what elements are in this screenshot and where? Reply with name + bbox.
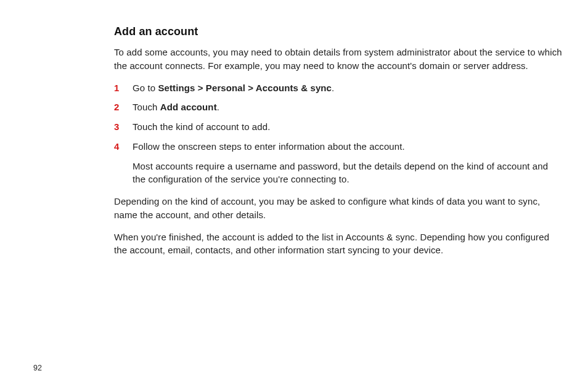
section-heading: Add an account (114, 23, 563, 39)
step-post: . (217, 102, 219, 112)
step-extra: Most accounts require a username and pas… (133, 160, 563, 187)
step-post: . (332, 83, 334, 93)
step-item: 2 Touch Add account. (114, 100, 563, 114)
step-bold: Settings > Personal > Accounts & sync (158, 83, 332, 93)
outro-paragraph-1: Depending on the kind of account, you ma… (114, 195, 563, 222)
page-number: 92 (33, 362, 42, 374)
step-number: 1 (114, 81, 133, 95)
step-text: Go to Settings > Personal > Accounts & s… (133, 81, 563, 95)
step-pre: Touch the kind of account to add. (133, 121, 270, 132)
document-page: Add an account To add some accounts, you… (0, 0, 588, 392)
step-item: 4 Follow the onscreen steps to enter inf… (114, 140, 563, 186)
step-text: Touch the kind of account to add. (133, 120, 563, 134)
step-item: 3 Touch the kind of account to add. (114, 120, 563, 134)
step-item: 1 Go to Settings > Personal > Accounts &… (114, 81, 563, 95)
step-list: 1 Go to Settings > Personal > Accounts &… (114, 81, 563, 187)
step-text: Follow the onscreen steps to enter infor… (133, 140, 563, 186)
outro-paragraph-2: When you're finished, the account is add… (114, 231, 563, 258)
step-pre: Go to (133, 83, 158, 93)
step-number: 2 (114, 100, 133, 114)
step-number: 3 (114, 120, 133, 134)
step-pre: Follow the onscreen steps to enter infor… (133, 141, 405, 152)
step-number: 4 (114, 140, 133, 153)
intro-paragraph: To add some accounts, you may need to ob… (114, 46, 563, 73)
step-text: Touch Add account. (133, 100, 563, 114)
step-bold: Add account (160, 102, 217, 112)
step-pre: Touch (133, 102, 160, 112)
